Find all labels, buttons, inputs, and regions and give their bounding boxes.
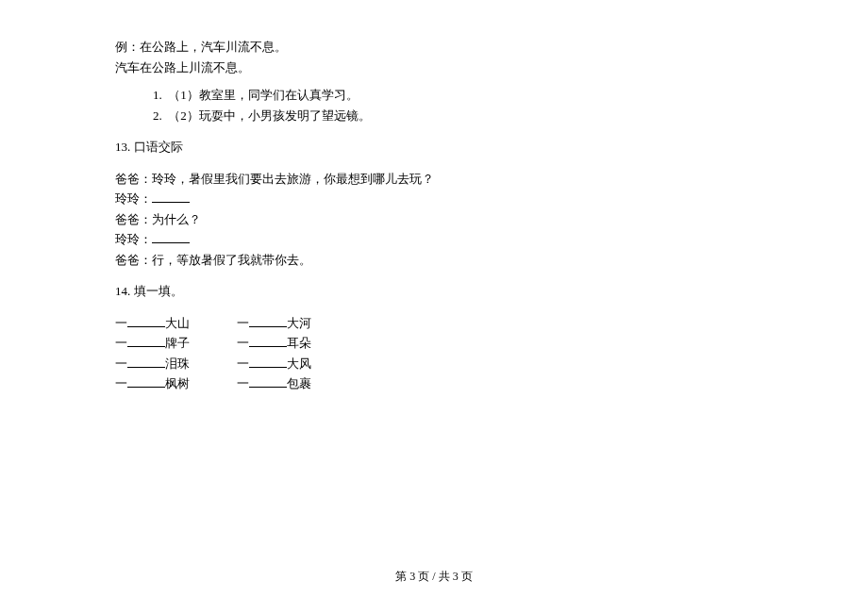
fill-row: 一枫树 一包裹 [115, 374, 359, 395]
fill-blank[interactable] [127, 374, 165, 388]
example-line-1: 例：在公路上，汽车川流不息。 [115, 38, 753, 57]
fill-cell-left: 一大山 [115, 314, 237, 335]
fill-cell-right: 一大河 [237, 314, 359, 335]
fill-blank[interactable] [249, 314, 287, 327]
fill-prefix: 一 [115, 376, 127, 390]
dialogue-line-2: 玲玲： [115, 190, 753, 208]
fill-prefix: 一 [237, 336, 249, 350]
fill-suffix: 泪珠 [165, 356, 190, 371]
sub-item-1: 1. （1）教室里，同学们在认真学习。 [153, 86, 753, 105]
document-content: 例：在公路上，汽车川流不息。 汽车在公路上川流不息。 1. （1）教室里，同学们… [0, 0, 868, 395]
fill-prefix: 一 [237, 316, 249, 330]
fill-blank[interactable] [127, 314, 165, 327]
dialogue-line-5: 爸爸：行，等放暑假了我就带你去。 [115, 251, 753, 270]
fill-blank[interactable] [127, 355, 165, 368]
dialogue-line-1: 爸爸：玲玲，暑假里我们要出去旅游，你最想到哪儿去玩？ [115, 170, 753, 189]
fill-suffix: 枫树 [165, 376, 190, 390]
fill-blank[interactable] [152, 190, 190, 203]
fill-blank[interactable] [249, 355, 287, 368]
sub-item-1-num: 1. [153, 88, 162, 102]
fill-grid: 一大山 一大河 一牌子 一耳朵 一泪珠 一大风 [115, 314, 753, 395]
sub-item-2-num: 2. [153, 108, 162, 123]
fill-suffix: 大山 [165, 316, 190, 330]
dialogue-line-3: 爸爸：为什么？ [115, 210, 753, 229]
fill-suffix: 包裹 [287, 376, 311, 390]
page-footer: 第 3 页 / 共 3 页 [0, 569, 868, 585]
fill-prefix: 一 [237, 376, 249, 390]
fill-cell-left: 一泪珠 [115, 355, 237, 375]
fill-cell-right: 一包裹 [237, 374, 359, 395]
fill-prefix: 一 [115, 336, 127, 350]
fill-prefix: 一 [237, 356, 249, 371]
fill-cell-left: 一牌子 [115, 334, 237, 355]
section-13-title: 13. 口语交际 [115, 138, 753, 157]
fill-suffix: 牌子 [165, 336, 190, 350]
sub-item-1-text: （1）教室里，同学们在认真学习。 [168, 88, 359, 102]
fill-row: 一大山 一大河 [115, 314, 359, 335]
fill-blank[interactable] [249, 374, 287, 388]
fill-cell-right: 一耳朵 [237, 334, 359, 355]
fill-row: 一牌子 一耳朵 [115, 334, 359, 355]
fill-suffix: 耳朵 [287, 336, 311, 350]
fill-cell-right: 一大风 [237, 355, 359, 375]
dialogue-2-prefix: 玲玲： [115, 191, 152, 206]
sub-items-list: 1. （1）教室里，同学们在认真学习。 2. （2）玩耍中，小男孩发明了望远镜。 [115, 86, 753, 124]
section-14-title: 14. 填一填。 [115, 282, 753, 301]
dialogue-block: 爸爸：玲玲，暑假里我们要出去旅游，你最想到哪儿去玩？ 玲玲： 爸爸：为什么？ 玲… [115, 170, 753, 270]
fill-blank[interactable] [249, 334, 287, 347]
fill-suffix: 大风 [287, 356, 311, 371]
fill-blank[interactable] [127, 334, 165, 347]
sub-item-2: 2. （2）玩耍中，小男孩发明了望远镜。 [153, 107, 753, 125]
dialogue-4-prefix: 玲玲： [115, 232, 152, 246]
fill-row: 一泪珠 一大风 [115, 355, 359, 375]
example-line-2: 汽车在公路上川流不息。 [115, 58, 753, 77]
fill-cell-left: 一枫树 [115, 374, 237, 395]
fill-prefix: 一 [115, 316, 127, 330]
fill-suffix: 大河 [287, 316, 311, 330]
example-block: 例：在公路上，汽车川流不息。 汽车在公路上川流不息。 [115, 38, 753, 76]
sub-item-2-text: （2）玩耍中，小男孩发明了望远镜。 [168, 108, 371, 123]
dialogue-line-4: 玲玲： [115, 230, 753, 249]
fill-blank[interactable] [152, 230, 190, 243]
fill-prefix: 一 [115, 356, 127, 371]
